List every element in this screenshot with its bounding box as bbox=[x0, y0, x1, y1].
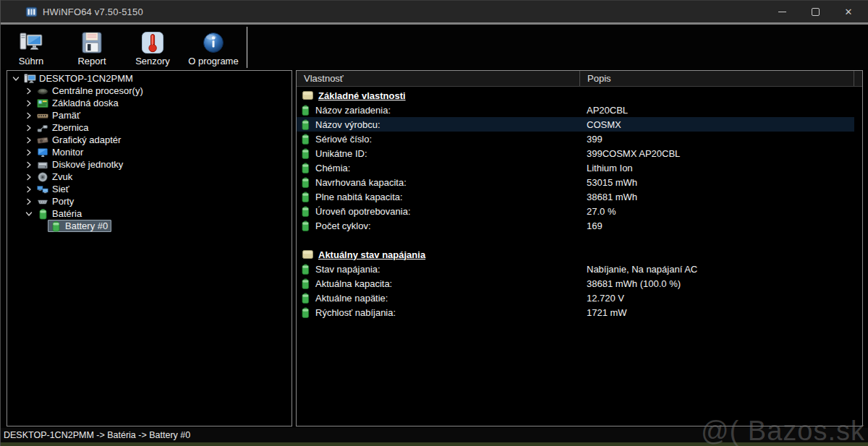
chevron-right-icon[interactable] bbox=[23, 134, 35, 146]
property-value: 399 bbox=[579, 134, 854, 145]
tree-item-desktop-1cn2pmm[interactable]: DESKTOP-1CN2PMM bbox=[7, 72, 292, 85]
tree-item-porty[interactable]: Porty bbox=[7, 195, 292, 207]
chevron-right-icon[interactable] bbox=[23, 184, 35, 195]
property-label: Názov zariadenia: bbox=[315, 105, 391, 116]
column-header-vlastnost[interactable]: Vlastnosť bbox=[297, 71, 579, 86]
tree-item-battery-0[interactable]: Battery #0 bbox=[7, 220, 292, 232]
watermark: @( Bazos.sk bbox=[701, 417, 865, 445]
section-title: Základné vlastnosti bbox=[318, 90, 406, 101]
property-value: Lithium Ion bbox=[579, 163, 854, 173]
battery-icon bbox=[302, 206, 310, 217]
property-row-chemia[interactable]: Chémia:Lithium Ion bbox=[297, 160, 854, 175]
toolbar-button-senzory[interactable]: Senzory bbox=[122, 25, 183, 69]
property-value: 169 bbox=[579, 220, 854, 231]
section-title: Aktuálny stav napájania bbox=[318, 249, 425, 260]
tree-item-box: Pamäť bbox=[35, 109, 84, 121]
property-row-plne-nabita-kapacita[interactable]: Plne nabitá kapacita:38681 mWh bbox=[297, 189, 854, 204]
chevron-down-icon[interactable] bbox=[10, 73, 22, 85]
tree-item-label: Grafický adaptér bbox=[52, 134, 121, 145]
column-header-popis[interactable]: Popis bbox=[579, 71, 854, 86]
tree-item-zbernica[interactable]: Zbernica bbox=[7, 121, 292, 134]
maximize-button[interactable] bbox=[799, 1, 832, 23]
property-label-cell: Rýchlosť nabíjania: bbox=[297, 307, 579, 318]
toolbar-buttons: SúhrnReportSenzoryO programe bbox=[1, 25, 868, 69]
tree-item-label: Zbernica bbox=[52, 122, 89, 133]
property-row-rychlost-nabijania[interactable]: Rýchlosť nabíjania:1721 mW bbox=[297, 305, 854, 320]
tree-item-label: Battery #0 bbox=[65, 220, 108, 231]
chevron-right-icon[interactable] bbox=[23, 110, 35, 121]
tree-item-label: Základná doska bbox=[52, 98, 119, 108]
tree-item-label: Batéria bbox=[52, 208, 82, 219]
folder-icon bbox=[302, 90, 313, 100]
property-label-cell: Sériové číslo: bbox=[297, 134, 579, 145]
tree-item-diskove-jednotky[interactable]: Diskové jednotky bbox=[7, 158, 292, 171]
property-row-stav-napajania[interactable]: Stav napájania:Nabíjanie, Na napájaní AC bbox=[297, 262, 854, 276]
bus-icon bbox=[36, 122, 49, 134]
window-controls: ✕ bbox=[765, 1, 865, 23]
tree-item-monitor[interactable]: Monitor bbox=[7, 146, 292, 158]
memory-icon bbox=[36, 110, 49, 121]
tree-item-label: Sieť bbox=[52, 184, 69, 194]
tree-item-centralne-procesor-y[interactable]: Centrálne procesor(y) bbox=[7, 85, 292, 97]
toolbar-button-label: Súhrn bbox=[19, 56, 44, 67]
property-row-pocet-cyklov[interactable]: Počet cyklov:169 bbox=[297, 218, 854, 233]
property-row-uroven-opotrebovania[interactable]: Úroveň opotrebovania:27.0 % bbox=[297, 204, 854, 218]
battery-icon bbox=[302, 307, 310, 318]
chevron-right-icon[interactable] bbox=[23, 85, 35, 97]
property-label: Aktuálna kapacita: bbox=[315, 278, 392, 289]
property-row-aktualna-kapacita[interactable]: Aktuálna kapacita:38681 mWh (100.0 %) bbox=[297, 276, 854, 291]
property-value: 53015 mWh bbox=[579, 177, 854, 188]
chevron-right-icon[interactable] bbox=[23, 98, 35, 109]
toolbar-button-label: Senzory bbox=[135, 56, 170, 67]
tree-item-pamat[interactable]: Pamäť bbox=[7, 109, 292, 121]
battery-icon bbox=[302, 264, 310, 275]
property-row-nazov-zariadenia[interactable]: Názov zariadenia:AP20CBL bbox=[297, 103, 854, 117]
property-value: 38681 mWh (100.0 %) bbox=[579, 278, 854, 289]
battery-icon bbox=[302, 119, 310, 130]
statusbar-path: DESKTOP-1CN2PMM -> Batéria -> Battery #0 bbox=[4, 430, 190, 440]
toolbar-button-report[interactable]: Report bbox=[61, 25, 122, 69]
floppy-icon bbox=[80, 30, 104, 55]
tree-item-zakladna-doska[interactable]: Základná doska bbox=[7, 97, 292, 109]
close-icon: ✕ bbox=[845, 7, 853, 17]
tree-item-bateria[interactable]: Batéria bbox=[7, 207, 292, 220]
tree-item-box: Sieť bbox=[35, 183, 73, 195]
property-value: 12.720 V bbox=[579, 293, 854, 304]
chevron-right-icon[interactable] bbox=[23, 196, 35, 207]
chevron-right-icon[interactable] bbox=[23, 122, 35, 134]
tree-item-graficky-adapter[interactable]: Grafický adaptér bbox=[7, 134, 292, 146]
property-row-aktualne-napatie[interactable]: Aktuálne napätie:12.720 V bbox=[297, 291, 854, 305]
property-row-seriove-cislo[interactable]: Sériové číslo:399 bbox=[297, 132, 854, 146]
chevron-right-icon[interactable] bbox=[23, 171, 35, 183]
thermometer-icon bbox=[140, 30, 165, 55]
close-button[interactable]: ✕ bbox=[832, 1, 865, 23]
device-tree-panel: DESKTOP-1CN2PMMCentrálne procesor(y)Zákl… bbox=[7, 70, 292, 426]
property-value: 27.0 % bbox=[579, 206, 854, 217]
property-row-unikatne-id[interactable]: Unikátne ID:399COSMX AP20CBL bbox=[297, 146, 854, 160]
tree-item-box: DESKTOP-1CN2PMM bbox=[22, 72, 137, 85]
property-row-nazov-vyrobcu[interactable]: Názov výrobcu:COSMX bbox=[297, 117, 854, 132]
property-value: AP20CBL bbox=[579, 105, 854, 116]
battery-icon bbox=[302, 293, 310, 304]
property-row-navrhovana-kapacita[interactable]: Navrhovaná kapacita:53015 mWh bbox=[297, 175, 854, 189]
chevron-down-icon[interactable] bbox=[23, 208, 35, 220]
tree-connector bbox=[36, 220, 48, 232]
tree-item-box: Batéria bbox=[35, 207, 85, 220]
chevron-right-icon[interactable] bbox=[23, 159, 35, 171]
tree-item-box: Porty bbox=[35, 195, 77, 207]
battery-icon bbox=[302, 134, 310, 145]
minimize-button[interactable] bbox=[765, 1, 799, 23]
network-icon bbox=[36, 184, 49, 195]
tree-item-box: Základná doska bbox=[35, 97, 122, 109]
property-label-cell: Plne nabitá kapacita: bbox=[297, 192, 579, 202]
toolbar-button-suhrn[interactable]: Súhrn bbox=[1, 25, 61, 69]
info-icon bbox=[201, 30, 226, 55]
tree-item-zvuk[interactable]: Zvuk bbox=[7, 171, 292, 183]
tree-item-box: Monitor bbox=[35, 146, 87, 158]
section-header-zakladne-vlastnosti: Základné vlastnosti bbox=[297, 88, 862, 103]
chevron-right-icon[interactable] bbox=[23, 147, 35, 158]
tree-item-siet[interactable]: Sieť bbox=[7, 183, 292, 195]
toolbar-button-o-programe[interactable]: O programe bbox=[183, 25, 244, 69]
property-value: 38681 mWh bbox=[579, 192, 854, 202]
property-label-cell: Stav napájania: bbox=[297, 264, 579, 275]
